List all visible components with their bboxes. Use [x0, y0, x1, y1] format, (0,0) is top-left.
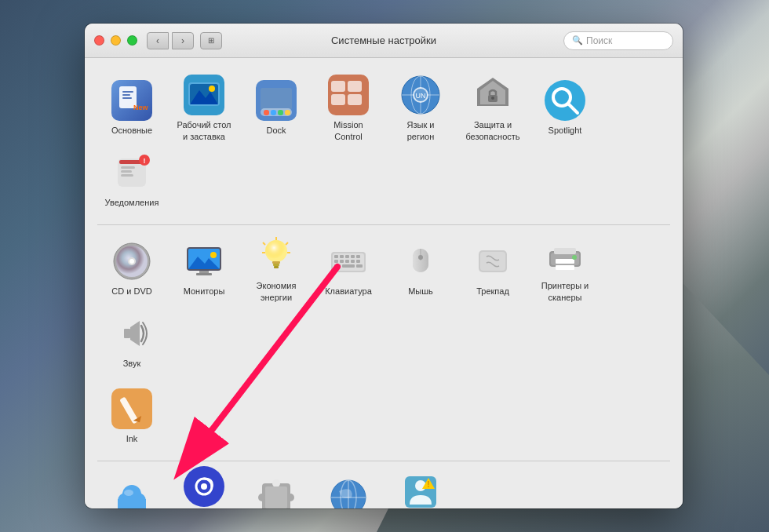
section-ink: Ink: [97, 382, 670, 451]
window-title: Системные настройки: [331, 35, 436, 46]
svg-rect-89: [556, 265, 574, 270]
icon-img-mission: [328, 75, 369, 115]
svg-rect-22: [348, 94, 362, 105]
icon-label-osnovnye: Основные: [111, 125, 152, 136]
icon-item-uchetnye[interactable]: Учётные записиинтернета: [169, 471, 239, 508]
icon-img-zashita: [472, 75, 513, 115]
svg-rect-2: [122, 91, 133, 93]
icon-item-set[interactable]: Сеть: [314, 471, 383, 508]
icon-item-mission[interactable]: MissionControl: [314, 74, 383, 143]
icon-img-icloud: [111, 477, 152, 508]
svg-point-90: [572, 255, 577, 260]
svg-point-33: [545, 80, 585, 121]
icon-item-zashita[interactable]: Защита ибезопасность: [458, 74, 527, 143]
icon-label-klaviatura: Клавиатура: [325, 286, 372, 297]
icon-grid-ink: Ink: [97, 382, 670, 451]
icon-label-ekonomiya: Экономияэнергии: [257, 280, 297, 303]
icon-img-uchetnye: [184, 466, 224, 507]
icon-img-monitory: [184, 241, 224, 282]
svg-rect-78: [356, 264, 363, 268]
svg-point-82: [418, 255, 423, 260]
close-button[interactable]: [94, 35, 104, 46]
icon-img-obshiy: !: [400, 472, 441, 508]
icon-img-ink: [111, 388, 152, 429]
icon-item-zvuk[interactable]: Звук: [97, 307, 166, 376]
icon-img-dock: [256, 80, 297, 121]
icon-label-mission: MissionControl: [333, 119, 363, 142]
icon-label-dock: Dock: [266, 125, 286, 136]
icon-label-ink: Ink: [126, 433, 138, 444]
svg-point-55: [265, 240, 287, 262]
svg-rect-62: [273, 264, 279, 266]
svg-rect-15: [271, 110, 276, 115]
icon-img-osnovnye: New: [111, 80, 152, 121]
svg-rect-66: [334, 255, 338, 258]
icon-item-cd-dvd[interactable]: CD и DVD: [97, 235, 166, 304]
icon-img-klaviatura: [328, 241, 369, 282]
svg-text:!: !: [144, 157, 146, 165]
forward-button[interactable]: ›: [172, 32, 194, 49]
svg-rect-61: [272, 261, 280, 264]
section-internet: iCloud Учётные записиинтернета: [97, 471, 670, 508]
icon-item-printery[interactable]: Принтеры исканеры: [530, 235, 600, 304]
grid-view-button[interactable]: ⊞: [200, 32, 222, 49]
icon-img-spotlight: [545, 80, 585, 121]
back-button[interactable]: ‹: [147, 32, 169, 49]
svg-point-103: [201, 483, 207, 490]
icon-label-cd-dvd: CD и DVD: [111, 286, 151, 297]
icon-label-spotlight: Spotlight: [549, 125, 582, 136]
icon-item-klaviatura[interactable]: Клавиатура: [314, 235, 383, 304]
svg-rect-72: [340, 260, 344, 263]
icon-item-dock[interactable]: Dock: [242, 74, 311, 143]
minimize-button[interactable]: [111, 35, 121, 46]
svg-rect-3: [122, 94, 130, 96]
icon-label-trekpad: Трекпад: [476, 286, 509, 297]
svg-point-100: [124, 490, 133, 496]
system-preferences-window: ‹ › ⊞ Системные настройки 🔍 Поиск: [85, 24, 683, 508]
icon-item-ekonomiya[interactable]: Экономияэнергии: [242, 235, 311, 304]
icon-item-osnovnye[interactable]: New Основные: [97, 74, 166, 143]
titlebar: ‹ › ⊞ Системные настройки 🔍 Поиск: [85, 24, 683, 58]
icon-item-monitory[interactable]: Мониторы: [169, 235, 239, 304]
svg-rect-109: [265, 486, 287, 508]
icon-label-rabochiy: Рабочий столи заставка: [177, 119, 231, 142]
icon-img-yazyk: UN: [400, 75, 441, 115]
svg-rect-19: [331, 81, 345, 92]
svg-rect-68: [345, 255, 349, 258]
svg-rect-73: [345, 260, 349, 263]
svg-line-59: [263, 242, 265, 245]
search-box[interactable]: 🔍 Поиск: [563, 31, 673, 50]
svg-rect-84: [480, 252, 505, 271]
svg-rect-77: [342, 264, 355, 268]
divider-1: [97, 224, 670, 225]
maximize-button[interactable]: [127, 35, 137, 46]
section-hardware: CD и DVD: [97, 235, 670, 376]
icon-item-rabochiy[interactable]: Рабочий столи заставка: [169, 74, 239, 143]
svg-line-57: [286, 242, 288, 245]
nav-buttons: ‹ ›: [147, 32, 194, 49]
svg-rect-69: [351, 255, 355, 258]
svg-rect-99: [118, 499, 146, 508]
icon-item-yazyk[interactable]: UN Язык ирегион: [386, 74, 455, 143]
icon-item-icloud[interactable]: iCloud: [97, 471, 166, 508]
icon-item-obshiy[interactable]: ! Общийдоступ: [386, 471, 455, 508]
icon-label-monitory: Мониторы: [184, 286, 225, 297]
icon-item-mysh[interactable]: Мышь: [386, 235, 455, 304]
icon-item-uvedomleniya[interactable]: ! Уведомления: [97, 146, 166, 215]
section-personal: New Основные: [97, 74, 670, 215]
icon-item-ink[interactable]: Ink: [97, 382, 166, 451]
svg-rect-75: [356, 260, 360, 263]
icon-img-rasshireniya: [256, 477, 297, 508]
icon-label-zashita: Защита ибезопасность: [465, 119, 519, 142]
icon-img-cd-dvd: [111, 241, 152, 282]
svg-rect-39: [121, 170, 132, 173]
svg-text:UN: UN: [416, 92, 426, 100]
svg-rect-17: [285, 110, 290, 115]
svg-marker-92: [130, 321, 140, 346]
svg-rect-74: [351, 260, 355, 263]
icon-item-trekpad[interactable]: Трекпад: [458, 235, 527, 304]
icon-item-spotlight[interactable]: Spotlight: [530, 74, 600, 143]
svg-point-108: [258, 494, 266, 501]
icon-item-rasshireniya[interactable]: Расширения: [242, 471, 311, 508]
icon-img-zvuk: [111, 313, 152, 354]
